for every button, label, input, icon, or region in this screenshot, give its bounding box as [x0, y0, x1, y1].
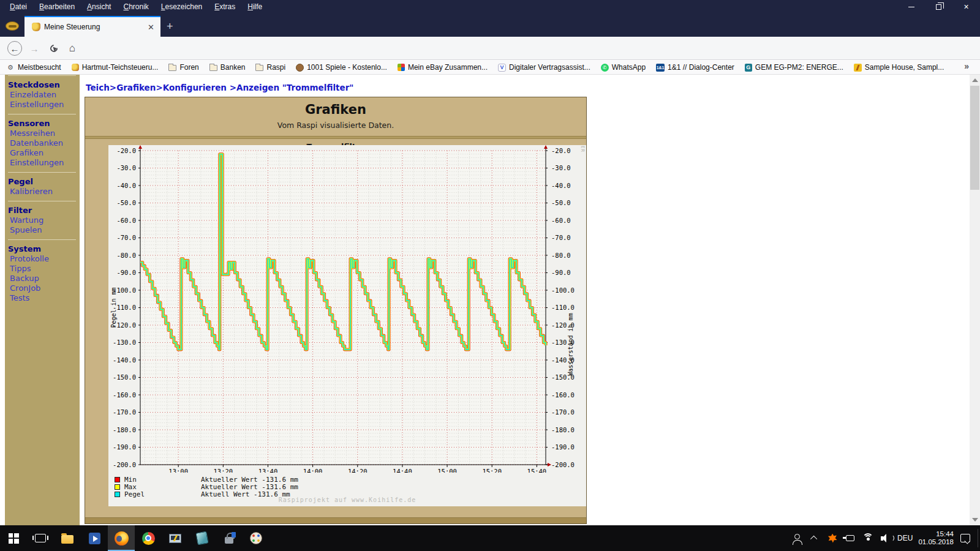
- tab-title: Meine Steuerung: [44, 23, 146, 31]
- palette-icon: [250, 532, 262, 544]
- menu-chronik[interactable]: Chronik: [118, 1, 153, 12]
- avast-icon: [828, 534, 837, 543]
- bookmark-label: Mein eBay Zusammen...: [408, 63, 488, 72]
- bookmark-item[interactable]: ⚙Meistbesucht: [6, 63, 61, 72]
- sidebar-item-spuelen[interactable]: Spuelen: [8, 225, 80, 235]
- svg-text:-140.0: -140.0: [113, 356, 136, 364]
- chrome-button[interactable]: [135, 525, 162, 551]
- movies-app-button[interactable]: [81, 525, 108, 551]
- sidebar-header-pegel: Pegel: [8, 177, 80, 187]
- page-scrollbar[interactable]: [970, 75, 980, 525]
- sidebar-item-protokolle[interactable]: Protokolle: [8, 254, 80, 264]
- bookmark-item[interactable]: VDigitaler Vertragsassist...: [498, 63, 590, 72]
- close-button[interactable]: ×: [952, 0, 980, 13]
- bookmark-label: Banken: [221, 63, 246, 72]
- restore-button[interactable]: [925, 0, 952, 13]
- sidebar-item-einzeldaten[interactable]: Einzeldaten: [8, 90, 80, 100]
- sidebar-item-cronjob[interactable]: CronJob: [8, 283, 80, 293]
- chevron-up-icon: [810, 536, 817, 542]
- file-explorer-button[interactable]: [54, 525, 81, 551]
- bookmark-item[interactable]: Mein eBay Zusammen...: [398, 63, 488, 72]
- people-tray-button[interactable]: [791, 532, 803, 544]
- bookmark-item[interactable]: ✆WhatsApp: [601, 63, 646, 72]
- bookmark-item[interactable]: 1&11&1 // Dialog-Center: [656, 63, 734, 72]
- sidebar-item-messreihen[interactable]: Messreihen: [8, 129, 80, 138]
- rrdtool-chart: -20.0-20.0-30.0-30.0-40.0-40.0-50.0-50.0…: [108, 145, 586, 506]
- vnc-app-button[interactable]: [162, 525, 189, 551]
- menu-datei[interactable]: Datei: [5, 1, 32, 12]
- minimize-button[interactable]: [897, 0, 925, 13]
- bookmark-label: Hartmut-Teichsteueru...: [82, 63, 159, 72]
- gold-badge-icon[interactable]: [6, 21, 19, 31]
- menu-extras[interactable]: Extras: [209, 1, 240, 12]
- password-app-button[interactable]: [216, 525, 243, 551]
- notification-icon: [960, 534, 970, 542]
- network-tray-button[interactable]: [862, 532, 874, 544]
- tab-meine-steuerung[interactable]: Meine Steuerung ✕: [24, 16, 160, 37]
- breadcrumb-link[interactable]: Teich: [86, 83, 110, 92]
- window-controls: ×: [897, 0, 980, 13]
- sidebar-item-grafiken[interactable]: Grafiken: [8, 148, 80, 158]
- start-button[interactable]: [0, 525, 27, 551]
- tray-expand-button[interactable]: [809, 532, 821, 544]
- bookmark-item[interactable]: Sample House, Sampl...: [854, 63, 944, 72]
- menu-hilfe[interactable]: Hilfe: [243, 1, 267, 12]
- sidebar-item-kalibrieren[interactable]: Kalibrieren: [8, 187, 80, 197]
- bookmark-item[interactable]: Banken: [209, 63, 246, 72]
- sidebar-item-datenbanken[interactable]: Datenbanken: [8, 138, 80, 148]
- sidebar-item-tipps[interactable]: Tipps: [8, 264, 80, 274]
- sidebar-item-backup[interactable]: Backup: [8, 274, 80, 283]
- breadcrumb-link[interactable]: Grafiken: [116, 83, 156, 92]
- sidebar-item-wartung[interactable]: Wartung: [8, 216, 80, 225]
- legend-color-min: [115, 477, 120, 482]
- page-subtitle: Vom Raspi visualisierte Daten.: [85, 117, 586, 130]
- tab-close-icon[interactable]: ✕: [146, 23, 156, 32]
- reload-button[interactable]: [47, 41, 61, 56]
- scroll-down-icon[interactable]: [972, 518, 978, 522]
- teal-app-button[interactable]: [189, 525, 216, 551]
- sidebar-separator: [8, 75, 76, 76]
- breadcrumb-link[interactable]: Konfigurieren: [163, 83, 230, 92]
- svg-text:RRDTOOL / TOBI OETIKER: RRDTOOL / TOBI OETIKER: [580, 145, 586, 152]
- bookmark-item[interactable]: GGEM EG-PM2: ENERGE...: [745, 63, 843, 72]
- svg-text:-20.0: -20.0: [551, 147, 571, 154]
- svg-text:Wasserstand in mm: Wasserstand in mm: [567, 313, 574, 375]
- forward-button[interactable]: →: [27, 41, 42, 56]
- avast-tray-button[interactable]: [826, 532, 839, 544]
- volume-tray-button[interactable]: [880, 532, 892, 544]
- breadcrumb-link[interactable]: Anzeigen "Trommelfilter": [236, 83, 353, 92]
- device-tray-button[interactable]: [844, 532, 856, 544]
- keyboard-language[interactable]: DEU: [897, 534, 913, 542]
- paint-app-button[interactable]: [243, 525, 270, 551]
- menu-lesezeichen[interactable]: Lesezeichen: [156, 1, 207, 12]
- sidebar-item-einstellungen[interactable]: Einstellungen: [8, 158, 80, 168]
- sidebar-item-einstellungen[interactable]: Einstellungen: [8, 100, 80, 110]
- bookmark-item[interactable]: 1001 Spiele - Kostenlo...: [296, 63, 387, 72]
- bookmark-item[interactable]: Foren: [168, 63, 198, 72]
- content-panel: Grafiken Vom Raspi visualisierte Daten. …: [85, 97, 587, 524]
- scrollbar-thumb[interactable]: [970, 86, 979, 190]
- back-button[interactable]: ←: [7, 41, 22, 56]
- firefox-button[interactable]: [108, 525, 135, 551]
- svg-text:-30.0: -30.0: [551, 164, 571, 171]
- bookmark-item[interactable]: Raspi: [255, 63, 285, 72]
- clock[interactable]: 15:44 01.05.2018: [918, 530, 954, 546]
- bookmark-label: GEM EG-PM2: ENERGE...: [755, 63, 843, 72]
- action-center-button[interactable]: [959, 532, 971, 544]
- site-sidebar: SteckdosenEinzeldatenEinstellungenSensor…: [5, 75, 80, 525]
- task-view-button[interactable]: [27, 525, 54, 551]
- bookmark-item[interactable]: Hartmut-Teichsteueru...: [72, 63, 159, 72]
- scroll-up-icon[interactable]: [972, 78, 978, 82]
- show-desktop-strip[interactable]: [978, 529, 978, 547]
- svg-text:-40.0: -40.0: [116, 182, 136, 189]
- bookmarks-overflow-button[interactable]: »: [964, 61, 969, 71]
- svg-text:-70.0: -70.0: [551, 234, 571, 241]
- menu-bearbeiten[interactable]: Bearbeiten: [34, 1, 80, 12]
- home-button[interactable]: ⌂: [65, 41, 80, 56]
- chart-legend: MinAktueller Wert -131.6 mmMaxAktueller …: [115, 476, 298, 498]
- new-tab-button[interactable]: +: [167, 21, 173, 32]
- clock-time: 15:44: [918, 530, 954, 538]
- menu-ansicht[interactable]: Ansicht: [82, 1, 116, 12]
- sidebar-item-tests[interactable]: Tests: [8, 293, 80, 303]
- svg-text:15:40: 15:40: [527, 468, 547, 473]
